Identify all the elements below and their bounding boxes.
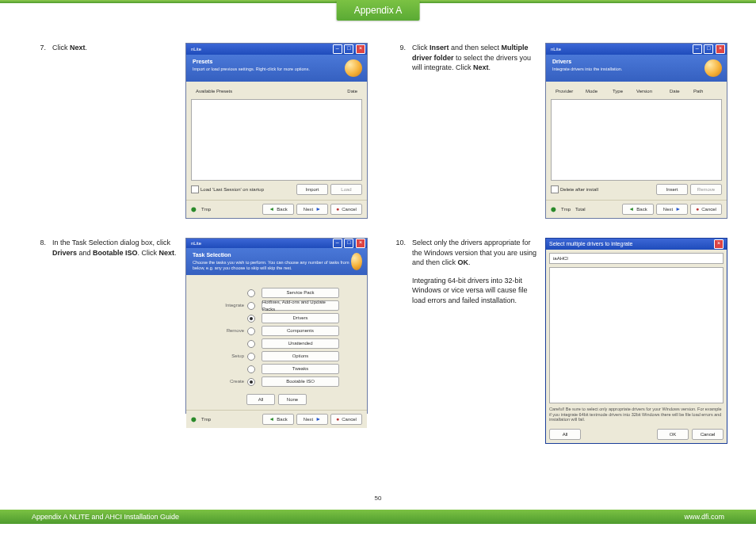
col-mode: Mode	[586, 88, 613, 94]
preset-headers: Available Presets Date	[191, 86, 362, 96]
minimize-icon[interactable]: –	[333, 44, 342, 54]
col-available: Available Presets	[196, 88, 232, 94]
radio-servicepack[interactable]	[247, 289, 255, 297]
appendix-tab: Appendix A	[337, 0, 420, 21]
remove-button[interactable]: Remove	[690, 184, 722, 195]
window-footer: ⬤ Tmp ◄Back Next► ●Cancel	[186, 200, 367, 218]
step-9-text: Click Insert and then select Multiple dr…	[412, 44, 531, 71]
minimize-icon[interactable]: –	[693, 44, 702, 54]
banner: Presets Import or load previous settings…	[186, 55, 367, 82]
step-8-text: In the Task Selection dialog box, click …	[52, 239, 177, 257]
left-column: 7. Click Next. nLite – □ × Presets	[32, 43, 368, 463]
next-button[interactable]: Next►	[296, 204, 328, 215]
cancel-button[interactable]: Cancel	[692, 429, 724, 440]
task-tweaks[interactable]: Tweaks	[262, 364, 339, 374]
checkbox-label: Delete after install	[560, 186, 598, 193]
task-servicepack[interactable]: Service Pack	[262, 288, 339, 298]
driver-select-list[interactable]	[549, 267, 724, 403]
col-type: Type	[613, 88, 636, 94]
col-version: Version	[636, 88, 670, 94]
radio-unattended[interactable]	[247, 340, 255, 348]
step-number: 9.	[391, 43, 406, 219]
close-icon[interactable]: ×	[714, 239, 724, 249]
radio-hotfixes[interactable]	[247, 302, 255, 310]
step-number: 10.	[391, 238, 406, 444]
maximize-icon[interactable]: □	[344, 239, 353, 248]
task-options[interactable]: Options	[262, 351, 339, 361]
insert-button[interactable]: Insert	[656, 184, 688, 195]
task-drivers[interactable]: Drivers	[262, 313, 339, 323]
window-controls[interactable]: – □ ×	[692, 44, 725, 54]
task-components[interactable]: Components	[262, 326, 339, 336]
minimize-icon[interactable]: –	[333, 239, 342, 248]
import-button[interactable]: Import	[296, 184, 328, 195]
window-footer: ⬤ Tmp ◄Back Next► ●Cancel	[186, 410, 367, 428]
banner-subtitle: Import or load previous settings. Right-…	[193, 67, 310, 73]
all-button[interactable]: All	[246, 394, 275, 405]
next-button[interactable]: Next►	[296, 414, 328, 425]
driver-headers: Provider Mode Type Version Date Path	[551, 86, 722, 96]
col-date: Date	[670, 88, 693, 94]
maximize-icon[interactable]: □	[704, 44, 713, 54]
preset-list[interactable]	[191, 99, 362, 181]
radio-tweaks[interactable]	[247, 365, 255, 373]
footer-right: www.dfi.com	[684, 513, 724, 521]
radio-bootiso[interactable]	[247, 378, 255, 386]
step-number: 7.	[32, 43, 46, 219]
disk-icon: ⬤	[551, 206, 556, 212]
bottom-pad	[0, 524, 756, 535]
group-integrate: Integrate	[214, 302, 244, 308]
disk-icon: ⬤	[191, 416, 197, 422]
maximize-icon[interactable]: □	[344, 44, 353, 54]
ok-button[interactable]: OK	[657, 429, 689, 440]
banner-subtitle: Integrate drivers into the installation.	[552, 67, 622, 73]
next-button[interactable]: Next►	[656, 204, 688, 215]
warning-text: Careful! Be sure to select only appropri…	[549, 407, 724, 422]
body-area: Service Pack IntegrateHotfixes, Add-ons …	[186, 275, 367, 410]
step-10-text2: Integrating 64-bit drivers into 32-bit W…	[412, 277, 528, 304]
step-number: 8.	[32, 238, 46, 414]
window-footer: ⬤ Tmp Total ◄Back Next► ●Cancel	[546, 200, 727, 218]
close-icon[interactable]: ×	[716, 44, 725, 54]
page-number: 50	[0, 495, 756, 502]
delete-after-checkbox[interactable]: Delete after install	[551, 185, 598, 193]
disk-icon: ⬤	[191, 206, 197, 212]
step-7-text: Click Next.	[52, 44, 87, 52]
tmp-label: Tmp	[561, 206, 571, 212]
cancel-button[interactable]: ●Cancel	[690, 204, 722, 215]
group-remove: Remove	[214, 327, 244, 334]
window-title: nLite	[188, 46, 201, 52]
radio-options[interactable]	[247, 353, 255, 361]
close-icon[interactable]: ×	[356, 239, 365, 248]
step-10: 10. Select only the drivers appropriate …	[391, 238, 727, 444]
load-button[interactable]: Load	[330, 184, 362, 195]
window-controls[interactable]: – □ ×	[332, 44, 365, 54]
back-button[interactable]: ◄Back	[262, 414, 294, 425]
none-button[interactable]: None	[278, 394, 307, 405]
step-text: In the Task Selection dialog box, click …	[52, 238, 179, 414]
all-button[interactable]: All	[549, 429, 581, 440]
driver-list[interactable]	[551, 99, 722, 181]
step-8: 8. In the Task Selection dialog box, cli…	[32, 238, 368, 414]
task-hotfixes[interactable]: Hotfixes, Add-ons and Update Packs	[262, 300, 339, 311]
close-icon[interactable]: ×	[356, 44, 365, 54]
banner-subtitle: Choose the tasks you wish to perform. Yo…	[193, 260, 351, 272]
task-bootiso[interactable]: Bootable ISO	[262, 376, 339, 387]
radio-components[interactable]	[247, 327, 255, 335]
cancel-button[interactable]: ●Cancel	[330, 204, 362, 215]
load-last-checkbox[interactable]: Load 'Last Session' on startup	[191, 185, 264, 193]
taskselection-window: nLite – □ × Task Selection Choose the ta…	[185, 238, 368, 414]
back-button[interactable]: ◄Back	[622, 204, 654, 215]
banner: Task Selection Choose the tasks you wish…	[186, 248, 367, 275]
tmp-label: Tmp	[201, 416, 211, 422]
task-unattended[interactable]: Unattended	[262, 338, 339, 349]
footer-left: Appendix A NLITE and AHCI Installation G…	[32, 513, 179, 521]
window-controls[interactable]: – □ ×	[332, 239, 365, 248]
cd-icon	[351, 253, 362, 270]
cancel-button[interactable]: ●Cancel	[330, 414, 362, 425]
checkbox-label: Load 'Last Session' on startup	[200, 186, 264, 193]
modal-titlebar: Select multiple drivers to integrate ×	[546, 239, 727, 250]
step-text: Select only the drivers appropriate for …	[412, 238, 539, 444]
back-button[interactable]: ◄Back	[262, 204, 294, 215]
radio-drivers[interactable]	[247, 315, 255, 323]
